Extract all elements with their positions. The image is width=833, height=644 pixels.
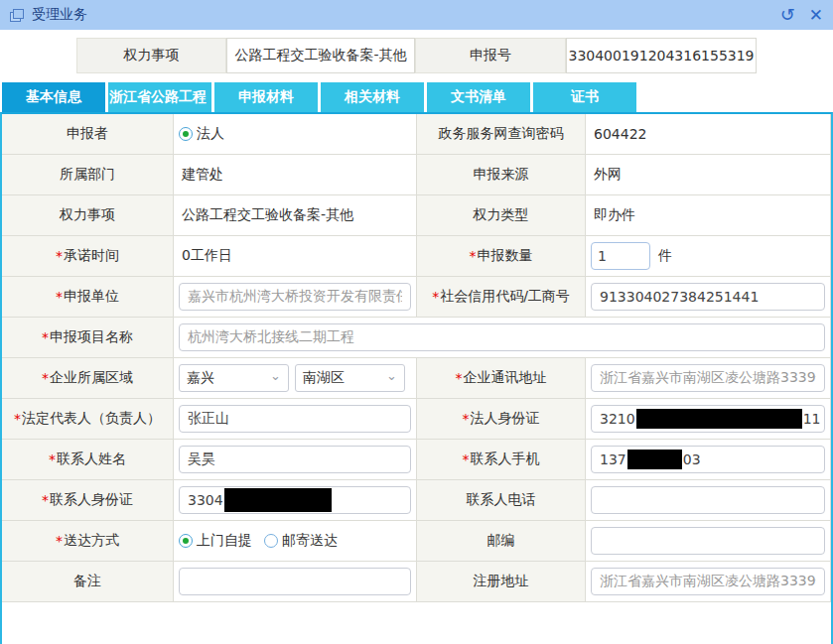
quantity-unit-label: 件 bbox=[658, 247, 672, 265]
field-label: *法定代表人（负责人） bbox=[2, 399, 174, 440]
required-asterisk: * bbox=[56, 289, 63, 305]
field-label: *社会信用代码/工商号 bbox=[417, 277, 586, 318]
required-asterisk: * bbox=[42, 370, 49, 386]
field-label: 联系人电话 bbox=[417, 480, 586, 521]
tab-related-materials[interactable]: 相关材料 bbox=[321, 82, 424, 112]
applicant-type-radio-0[interactable]: 法人 bbox=[179, 125, 224, 143]
power-type: 即办件 bbox=[591, 206, 635, 224]
declare-quantity-input[interactable] bbox=[591, 242, 650, 270]
legal-representative-input[interactable] bbox=[179, 405, 411, 433]
enterprise-region-select-1[interactable]: 南湖区⌄ bbox=[295, 364, 405, 392]
radio-selected-icon[interactable] bbox=[179, 534, 193, 548]
radio-unselected-icon[interactable] bbox=[264, 534, 278, 548]
required-asterisk: * bbox=[470, 248, 477, 264]
contact-mobile-input[interactable]: 13703 bbox=[591, 446, 825, 473]
gov-service-query-password: 604422 bbox=[591, 126, 646, 142]
field-label: *承诺时间 bbox=[2, 236, 174, 277]
power-item: 公路工程交工验收备案-其他 bbox=[179, 206, 353, 224]
radio-selected-icon[interactable] bbox=[179, 127, 193, 141]
enterprise-address-input[interactable] bbox=[591, 364, 825, 392]
enterprise-region-select-0[interactable]: 嘉兴⌄ bbox=[179, 364, 289, 392]
field-label: 权力类型 bbox=[417, 195, 586, 236]
field-label: 申报来源 bbox=[417, 155, 586, 195]
window: 受理业务 ↺ ✕ 权力事项 公路工程交工验收备案-其他 申报号 33040019… bbox=[0, 0, 833, 644]
tab-zhejiang-highway-project[interactable]: 浙江省公路工程 bbox=[108, 82, 211, 112]
close-icon[interactable]: ✕ bbox=[809, 7, 823, 24]
social-credit-code-input[interactable] bbox=[591, 283, 825, 311]
basic-info-form: 申报者法人政务服务网查询密码604422所属部门建管处申报来源外网权力事项公路工… bbox=[2, 114, 831, 602]
contact-id-number-input[interactable]: 3304 bbox=[179, 486, 411, 514]
window-form-icon bbox=[10, 9, 25, 22]
delivery-method-radio-0[interactable]: 上门自提 bbox=[179, 532, 252, 550]
contact-name-input[interactable] bbox=[179, 446, 411, 473]
field-label: *送达方式 bbox=[2, 521, 174, 562]
postal-code-input[interactable] bbox=[591, 527, 825, 555]
tab-bar: 基本信息浙江省公路工程申报材料相关材料文书清单证书 bbox=[0, 82, 833, 112]
promise-time: 0工作日 bbox=[179, 247, 232, 265]
department: 建管处 bbox=[179, 166, 223, 184]
field-label: *法人身份证 bbox=[417, 399, 586, 440]
redaction-block bbox=[224, 488, 332, 512]
field-label: 权力事项 bbox=[2, 195, 174, 236]
required-asterisk: * bbox=[463, 451, 470, 467]
required-asterisk: * bbox=[56, 248, 63, 264]
field-label: 注册地址 bbox=[417, 562, 586, 602]
form-panel: 申报者法人政务服务网查询密码604422所属部门建管处申报来源外网权力事项公路工… bbox=[0, 112, 833, 644]
registered-address-input[interactable] bbox=[591, 568, 825, 595]
field-label: *联系人姓名 bbox=[2, 440, 174, 480]
project-name-input[interactable] bbox=[179, 323, 825, 351]
power-item-header-label: 权力事项 bbox=[76, 38, 226, 73]
field-label: *申报数量 bbox=[417, 236, 586, 277]
page-title: 受理业务 bbox=[32, 6, 87, 24]
contact-phone-input[interactable] bbox=[591, 486, 825, 514]
declare-no-header-label: 申报号 bbox=[415, 38, 566, 73]
required-asterisk: * bbox=[49, 451, 56, 467]
field-label: 邮编 bbox=[417, 521, 586, 562]
field-label: 申报者 bbox=[2, 114, 174, 155]
delivery-method-radio-1[interactable]: 邮寄送达 bbox=[264, 532, 338, 550]
chevron-down-icon: ⌄ bbox=[270, 371, 281, 381]
field-label: *联系人手机 bbox=[417, 440, 586, 480]
refresh-icon[interactable]: ↺ bbox=[780, 6, 795, 24]
declare-source: 外网 bbox=[591, 166, 622, 184]
required-asterisk: * bbox=[14, 411, 21, 427]
tab-document-list[interactable]: 文书清单 bbox=[427, 82, 530, 112]
field-label: *申报单位 bbox=[2, 277, 174, 318]
field-label: *联系人身份证 bbox=[2, 480, 174, 521]
tab-certificate[interactable]: 证书 bbox=[533, 82, 636, 112]
header-bar: 权力事项 公路工程交工验收备案-其他 申报号 33040019120431615… bbox=[0, 38, 833, 73]
field-label: 政务服务网查询密码 bbox=[417, 114, 586, 155]
titlebar: 受理业务 ↺ ✕ bbox=[0, 0, 833, 30]
field-label: 所属部门 bbox=[2, 155, 174, 195]
required-asterisk: * bbox=[42, 329, 49, 345]
field-label: *企业所属区域 bbox=[2, 358, 174, 399]
declare-unit-input[interactable] bbox=[179, 283, 411, 311]
tab-basic-info[interactable]: 基本信息 bbox=[2, 82, 105, 112]
required-asterisk: * bbox=[56, 533, 63, 549]
tab-declare-materials[interactable]: 申报材料 bbox=[214, 82, 318, 112]
redaction-block bbox=[627, 450, 682, 469]
required-asterisk: * bbox=[432, 289, 439, 305]
field-label: *申报项目名称 bbox=[2, 318, 174, 358]
required-asterisk: * bbox=[463, 411, 470, 427]
remark-input[interactable] bbox=[179, 568, 411, 595]
power-item-header-value: 公路工程交工验收备案-其他 bbox=[226, 38, 415, 73]
legal-id-number-input[interactable]: 321011 bbox=[591, 405, 825, 433]
redaction-block bbox=[636, 409, 802, 429]
chevron-down-icon: ⌄ bbox=[386, 371, 397, 381]
required-asterisk: * bbox=[42, 492, 49, 508]
required-asterisk: * bbox=[456, 370, 463, 386]
field-label: *企业通讯地址 bbox=[417, 358, 586, 399]
declare-no-header-value: 330400191204316155319 bbox=[566, 38, 757, 73]
field-label: 备注 bbox=[2, 562, 174, 602]
